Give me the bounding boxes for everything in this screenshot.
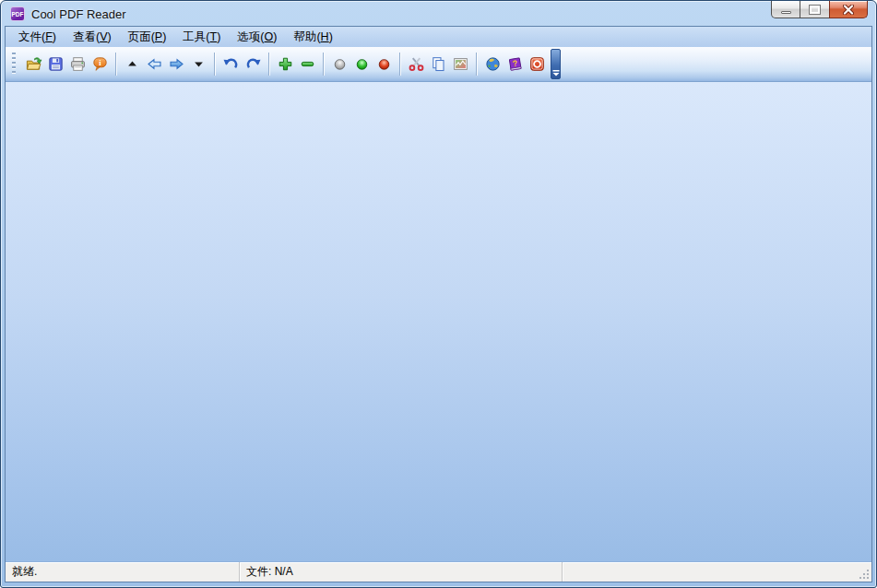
maximize-icon [810, 6, 820, 14]
status-empty-cell [563, 562, 871, 582]
toolbar-separator [476, 53, 477, 76]
globe-icon [484, 55, 502, 73]
next-page-button[interactable] [165, 52, 187, 77]
toolbar: i [6, 47, 871, 82]
picture-icon [452, 55, 469, 73]
open-folder-icon [25, 55, 42, 73]
undo-arrow-icon [222, 55, 240, 73]
toolbar-grip[interactable] [12, 53, 16, 76]
save-as-image-button[interactable] [449, 52, 471, 77]
website-button[interactable] [481, 52, 504, 77]
status-file-text: 文件: N/A [240, 562, 562, 582]
about-button[interactable]: i [89, 52, 111, 77]
undo-button[interactable] [219, 52, 242, 77]
toolbar-overflow-button[interactable] [551, 49, 561, 79]
snapshot-button[interactable] [405, 52, 427, 77]
toolbar-separator [268, 53, 269, 76]
green-minus-icon [299, 55, 316, 73]
minimize-button[interactable] [771, 1, 800, 18]
exit-button[interactable] [526, 52, 548, 77]
triangle-up-icon [124, 55, 141, 73]
close-button[interactable] [829, 1, 868, 18]
toolbar-separator [115, 53, 116, 76]
toolbar-overflow-chevron-icon [552, 70, 560, 76]
floppy-save-icon [47, 55, 65, 73]
toolbar-separator [399, 53, 400, 76]
arrow-left-icon [146, 55, 163, 73]
maximize-button[interactable] [800, 1, 829, 18]
last-page-button[interactable] [187, 52, 209, 77]
menu-help[interactable]: 帮助(H) [285, 27, 340, 48]
power-o-icon [528, 55, 546, 73]
open-button[interactable] [22, 52, 44, 77]
status-bar: 就绪. 文件: N/A [6, 561, 871, 582]
app-icon: PDF [10, 6, 25, 21]
info-balloon-icon: i [91, 55, 109, 73]
window-title: Cool PDF Reader [31, 7, 126, 21]
green-plus-icon [277, 55, 294, 73]
zoom-out-button[interactable] [296, 52, 318, 77]
save-button[interactable] [44, 52, 66, 77]
status-ready-text: 就绪. [6, 562, 239, 582]
green-sphere-icon [354, 56, 370, 72]
red-sphere-icon [376, 56, 392, 72]
toolbar-separator [323, 53, 324, 76]
first-page-button[interactable] [121, 52, 143, 77]
scissors-icon [408, 55, 425, 73]
arrow-right-icon [168, 55, 185, 73]
menu-bar: 文件(F) 查看(V) 页面(P) 工具(T) 选项(O) 帮助(H) [6, 27, 871, 47]
toolbar-separator [214, 53, 215, 76]
menu-view[interactable]: 查看(V) [65, 27, 120, 48]
print-button[interactable] [66, 52, 89, 77]
gray-sphere-icon [332, 56, 348, 72]
printer-icon [69, 55, 87, 73]
minimize-icon [781, 11, 791, 14]
copy-pages-icon [430, 55, 447, 73]
copy-button[interactable] [427, 52, 449, 77]
redo-arrow-icon [244, 55, 262, 73]
menu-file[interactable]: 文件(F) [10, 27, 65, 48]
menu-tools[interactable]: 工具(T) [174, 27, 229, 48]
caption-buttons [771, 1, 868, 18]
close-icon [843, 5, 854, 15]
triangle-down-icon [190, 55, 207, 73]
zoom-in-button[interactable] [274, 52, 296, 77]
redo-button[interactable] [242, 52, 264, 77]
actual-size-button[interactable] [328, 52, 350, 77]
menu-options[interactable]: 选项(O) [229, 27, 285, 48]
client-area: 文件(F) 查看(V) 页面(P) 工具(T) 选项(O) 帮助(H) [5, 26, 872, 582]
help-button[interactable]: ? [504, 52, 526, 77]
book-question-icon: ? [506, 55, 524, 73]
previous-page-button[interactable] [143, 52, 165, 77]
resize-grip[interactable] [859, 570, 870, 580]
title-bar[interactable]: PDF Cool PDF Reader [1, 2, 876, 26]
app-window: PDF Cool PDF Reader 文件(F) 查看(V) 页面(P) 工具… [0, 0, 877, 588]
fit-width-button[interactable] [350, 52, 373, 77]
fit-page-button[interactable] [373, 52, 395, 77]
menu-page[interactable]: 页面(P) [120, 27, 175, 48]
document-viewport [6, 82, 871, 561]
